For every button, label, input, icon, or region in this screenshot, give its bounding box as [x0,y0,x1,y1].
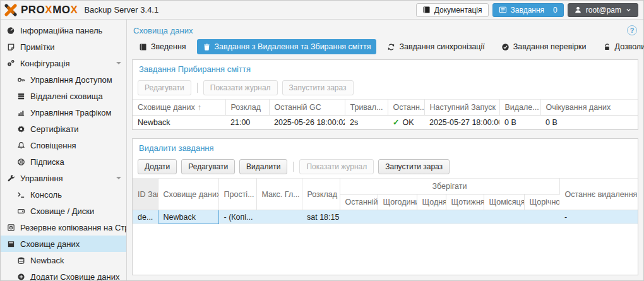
sidebar-item-shell[interactable]: Консоль [1,186,126,203]
sort-asc-icon: ↑ [198,103,201,112]
unlock-icon [603,43,611,51]
tab-permissions[interactable]: Дозволи [597,39,644,54]
prune-col-keep-daily[interactable]: Щодня [417,194,446,210]
prune-col-keep-yearly[interactable]: Щорічно [524,194,559,210]
collapse-caret-icon[interactable] [116,62,121,64]
gc-col-next-run[interactable]: Наступний Запуск [424,100,499,116]
prune-col-id[interactable]: ID Зав [133,179,158,210]
sidebar-item-newback[interactable]: Newback [1,252,126,268]
sidebar-item-storage-disks[interactable]: Сховище / Диски [1,203,126,219]
gc-col-schedule[interactable]: Розклад [225,100,269,116]
sidebar-item-subscription[interactable]: Підписка [1,153,126,170]
prune-col-simulate[interactable]: Прості... [218,179,256,210]
sidebar-item-administration[interactable]: Управління [1,170,126,186]
tab-prune-gc-jobs[interactable]: Завдання з Видалення та Збирання сміття [197,39,377,54]
gc-table-header: Сховище даних↑ Розклад Останній GC Трива… [133,100,638,116]
gc-cell-pending: 0 B [540,116,638,129]
prune-col-keep-monthly[interactable]: Щомісяця [484,194,524,210]
gc-table-row[interactable]: Newback 21:00 2025-05-26 18:00:02 2s ✓OK… [133,116,638,129]
chevron-down-icon [625,6,632,13]
app-window: PROXMOX Backup Server 3.4.1 Документація… [0,0,644,281]
prune-cell-simulate: - (Копі... [218,210,256,224]
sidebar-item-traffic-control[interactable]: Управління Трафіком [1,104,126,121]
sidebar-item-notifications[interactable]: Сповіщення [1,137,126,153]
user-menu-button[interactable]: root@pam [568,3,638,17]
gc-cell-schedule: 21:00 [225,116,269,129]
sidebar-item-certificates[interactable]: Сертифікати [1,121,126,137]
prune-add-button[interactable]: Додати [138,159,177,174]
database-icon [16,256,26,265]
prune-cell-keep-last [340,210,378,224]
gc-toolbar: Редагувати Показати журнал Запустити зар… [133,78,638,99]
prune-cell-datastore: Newback [158,210,218,224]
prune-col-max-depth[interactable]: Макс. Гл... [256,179,302,210]
tab-sync-jobs[interactable]: Завдання синхронізації [381,39,490,54]
prune-panel-title: Видалити завдання [133,139,638,157]
help-icon[interactable]: ? [627,25,637,35]
prune-remove-button[interactable]: Видалити [239,159,287,174]
gc-cell-last-gc: 2025-05-26 18:00:02 [269,116,345,129]
sidebar: Інформаційна панель Примітки Конфігураці… [1,20,127,280]
gc-col-last-gc[interactable]: Останній GC [269,100,345,116]
prune-cell-keep-yearly [524,210,559,224]
prune-col-datastore[interactable]: Сховище даних [158,179,218,210]
gc-run-now-button[interactable]: Запустити зараз [282,80,354,95]
ok-check-icon: ✓ [393,118,399,127]
proxmox-logo: PROXMOX Backup Server 3.4.1 [4,4,158,16]
prune-col-keep-weekly[interactable]: Щотижня [446,194,484,210]
gc-col-pending[interactable]: Очікування даних [540,100,638,116]
prune-cell-keep-monthly [484,210,524,224]
tab-verify-jobs[interactable]: Завдання перевірки [496,39,592,54]
gc-show-log-button[interactable]: Показати журнал [203,80,278,95]
gc-cell-datastore: Newback [133,116,225,129]
prune-col-keep-hourly[interactable]: Щогодини [378,194,417,210]
sidebar-item-dashboard[interactable]: Інформаційна панель [1,22,126,39]
book-icon [422,6,431,14]
gc-col-removed[interactable]: Видале... [499,100,540,116]
prune-col-keep-group: Зберігати [340,179,559,194]
gc-col-last-status[interactable]: Останн... [388,100,424,116]
key-icon [16,76,26,84]
sidebar-item-notes[interactable]: Примітки [1,39,126,55]
prune-toolbar: Додати Редагувати Видалити Показати журн… [133,157,638,178]
prune-col-last-prune[interactable]: Останнє видалення [559,179,638,210]
prune-col-keep-last[interactable]: Останній [340,194,378,210]
prune-show-log-button[interactable]: Показати журнал [299,159,374,174]
tasks-count: 0 [553,6,558,15]
gc-panel-title: Завдання Прибирання сміття [133,60,638,78]
main-content: Сховища даних ? Зведення Завдання з Вида… [127,20,643,280]
brand-wordmark: PROXMOX [21,4,78,16]
gc-edit-button[interactable]: Редагувати [138,80,191,95]
prune-cell-keep-daily [417,210,446,224]
sidebar-item-datastore[interactable]: Сховище даних [1,236,126,252]
wrench-icon [6,174,16,182]
page-title: Сховища даних [133,26,193,35]
prune-cell-keep-weekly [446,210,484,224]
gc-col-duration[interactable]: Тривал... [345,100,388,116]
sidebar-item-configuration[interactable]: Конфігурація [1,55,126,71]
prune-run-now-button[interactable]: Запустити зараз [378,159,450,174]
prune-cell-max-depth [256,210,302,224]
prune-col-schedule[interactable]: Розклад [302,179,340,210]
tape-icon [6,224,16,232]
disk-drive-icon [16,207,26,215]
topbar-actions: Документація Завдання 0 root@pam [416,3,638,17]
topbar: PROXMOX Backup Server 3.4.1 Документація… [1,1,643,20]
sidebar-item-tape-backup[interactable]: Резервне копіювання на Стрічку [1,219,126,236]
tab-summary[interactable]: Зведення [133,39,192,54]
prune-edit-button[interactable]: Редагувати [181,159,235,174]
sidebar-item-access-control[interactable]: Управління Доступом [1,71,126,88]
server-stack-icon [16,92,26,100]
gc-col-datastore[interactable]: Сховище даних↑ [133,100,225,116]
prune-table-row[interactable]: de... Newback - (Копі... sat 18:15 [133,210,638,224]
sidebar-item-remotes[interactable]: Віддалені сховища [1,88,126,104]
tasks-button[interactable]: Завдання 0 [492,3,564,17]
sidebar-item-add-datastore[interactable]: Додати Сховище даних [1,268,126,280]
datastore-box-icon [6,240,16,248]
documentation-button[interactable]: Документація [416,3,489,17]
gc-cell-next-run: 2025-05-27 18:00:00 [424,116,499,129]
prune-jobs-panel: Видалити завдання Додати Редагувати Вида… [132,138,638,275]
collapse-caret-icon[interactable] [116,177,121,179]
tachometer-icon [6,26,16,35]
check-circle-icon [501,43,510,51]
